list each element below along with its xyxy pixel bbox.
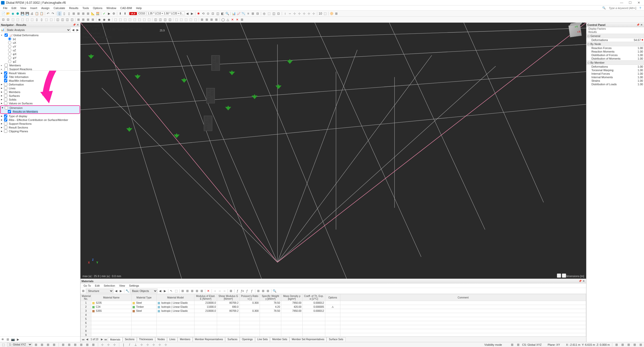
wizard-icon[interactable]: ◉ — [11, 11, 15, 16]
table-row[interactable]: 7 — [81, 325, 586, 329]
sb-icon13[interactable]: ⊹ — [106, 342, 111, 347]
caret-icon[interactable]: ▸ — [1, 114, 3, 118]
sb-icon5[interactable]: ⊞ — [52, 342, 56, 347]
results-members-check[interactable] — [8, 110, 11, 113]
t2-17-icon[interactable]: ⊞ — [81, 17, 86, 22]
sun-icon[interactable]: 🔆 — [329, 11, 334, 16]
tab-thicknesses[interactable]: Thicknesses — [137, 337, 155, 341]
chk[interactable] — [4, 79, 7, 82]
disp3-icon[interactable]: 📉 — [241, 11, 246, 16]
menu-view[interactable]: View — [18, 6, 28, 10]
chk[interactable] — [4, 129, 7, 133]
caret-icon[interactable]: ▾ — [1, 34, 4, 36]
saveall-icon[interactable]: 💾 — [25, 11, 29, 16]
tree-phiy[interactable]: φY — [13, 56, 79, 59]
caret-icon[interactable]: ▸ — [1, 64, 4, 67]
menu-insert[interactable]: Insert — [28, 6, 39, 10]
sb-icon1[interactable]: ⬚ — [1, 342, 6, 347]
cp-row[interactable]: Strains1.00 — [586, 79, 644, 82]
t2-7-icon[interactable]: ⬚ — [30, 17, 34, 22]
menu-help[interactable]: Help — [134, 6, 144, 10]
t2-13-icon[interactable]: ◫ — [60, 17, 65, 22]
view6-icon[interactable]: ⊞ — [81, 11, 86, 16]
disp5-icon[interactable]: ⊞ — [251, 11, 255, 16]
cp-row[interactable]: Reaction Moments1.00 — [586, 50, 644, 53]
tree-uy[interactable]: uY — [13, 45, 79, 48]
t2-6-icon[interactable]: ⬚ — [25, 17, 29, 22]
t2-del4-icon[interactable]: ✕ — [235, 17, 239, 22]
a5-icon[interactable]: ⊹ — [302, 11, 306, 16]
sb-icon12[interactable]: ⊹ — [100, 342, 105, 347]
tree-results-on-members[interactable]: Results on Members — [13, 110, 38, 113]
view2-icon[interactable]: ▯ — [62, 11, 66, 16]
chk[interactable] — [4, 122, 7, 125]
tree-support2[interactable]: Support Reactions — [9, 122, 32, 125]
tree-type-display[interactable]: Type of display — [9, 115, 27, 118]
table-row[interactable]: 8 — [81, 329, 586, 333]
t2-30-icon[interactable]: ⬚ — [147, 17, 151, 22]
disp4-icon[interactable]: ≡ — [246, 11, 250, 16]
t2-11-icon[interactable]: ⬚ — [49, 17, 53, 22]
report-icon[interactable]: 📋 — [34, 11, 39, 16]
menu-results[interactable]: Results — [67, 6, 80, 10]
menu-calculate[interactable]: Calculate — [52, 6, 67, 10]
units-icon[interactable]: 📐 — [91, 11, 95, 16]
mat-menu-edit[interactable]: Edit — [93, 284, 102, 288]
prev-icon[interactable]: ◀ — [114, 289, 118, 293]
fx-icon[interactable]: ƒ — [235, 289, 240, 293]
t2-del1-icon[interactable]: ◯ — [221, 17, 225, 22]
s3-icon[interactable]: ◫ — [271, 11, 276, 16]
radio-phix[interactable] — [8, 52, 11, 56]
chk[interactable] — [4, 114, 7, 118]
table-row[interactable]: 2C24TimberIsotropic | Linear Elastic1100… — [81, 305, 586, 309]
r3-icon[interactable]: ⊙ — [206, 11, 210, 16]
redo-icon[interactable]: ↷ — [51, 11, 55, 16]
tree-deformation[interactable]: Deformation — [9, 83, 24, 86]
chk[interactable] — [4, 94, 7, 97]
disp1-icon[interactable]: 📊 — [231, 11, 236, 16]
col-name[interactable]: Material Name — [91, 294, 132, 301]
t2-34-icon[interactable]: ◫ — [168, 17, 172, 22]
menu-options[interactable]: Options — [91, 6, 104, 10]
t2-31-icon[interactable]: ◫ — [153, 17, 158, 22]
sb-end1-icon[interactable]: ⊞ — [614, 342, 619, 347]
nav2-icon[interactable]: ⊞ — [6, 337, 10, 342]
a2-icon[interactable]: ↔ — [288, 11, 292, 16]
cp-row[interactable]: Deformations54.67◀ — [586, 38, 644, 42]
t2-26-icon[interactable]: ⬚ — [128, 17, 132, 22]
n1-icon[interactable]: 10 — [318, 11, 323, 16]
t2-32-icon[interactable]: ◫ — [158, 17, 163, 22]
prev-icon[interactable]: ◀ — [158, 289, 162, 293]
sb-grid-icon[interactable]: ⊞ — [516, 342, 520, 347]
pin-icon[interactable]: 📌 — [636, 23, 639, 26]
mat-menu-view[interactable]: View — [117, 284, 127, 288]
fx4-icon[interactable]: ƒ — [250, 289, 254, 293]
sb-icon9[interactable]: ⊞ — [79, 342, 84, 347]
mat-menu-selection[interactable]: Selection — [102, 284, 117, 288]
t2-1-icon[interactable]: ⊡ — [1, 17, 6, 22]
r4-icon[interactable]: ⊡ — [211, 11, 215, 16]
sb-end3-icon[interactable]: ⊞ — [626, 342, 631, 347]
tree-uz[interactable]: uZ — [13, 49, 79, 52]
t2-del5-icon[interactable]: ⊞ — [240, 17, 244, 22]
prev-icon[interactable]: ◀ — [85, 338, 89, 341]
caret-icon[interactable]: ▸ — [1, 102, 3, 105]
a7-icon[interactable]: ⊹ — [311, 11, 316, 16]
cp-row[interactable]: Reaction Forces1.00 — [586, 46, 644, 50]
t2-9-icon[interactable]: ▯ — [39, 17, 44, 22]
sb-icon16[interactable]: / — [127, 342, 132, 347]
table-row[interactable]: 1S235SteelIsotropic | Linear Elastic2100… — [81, 301, 586, 305]
caret-icon[interactable]: ▸ — [1, 68, 4, 70]
caret-icon[interactable]: ▸ — [1, 86, 3, 90]
chk[interactable] — [4, 90, 7, 94]
caret-icon[interactable]: ▸ — [1, 98, 3, 101]
chk[interactable] — [4, 102, 7, 105]
t2-22-icon[interactable]: ◉ — [107, 17, 111, 22]
sb-icon3[interactable]: ⊞ — [40, 342, 44, 347]
pin-icon[interactable]: 📌 — [579, 280, 582, 283]
caret-icon[interactable]: ▸ — [1, 83, 3, 86]
menu-tools[interactable]: Tools — [80, 6, 91, 10]
t2-42-icon[interactable]: ⊞ — [209, 17, 214, 22]
mt17-icon[interactable]: ⊞ — [266, 289, 270, 293]
table-row[interactable]: 4 — [81, 313, 586, 317]
